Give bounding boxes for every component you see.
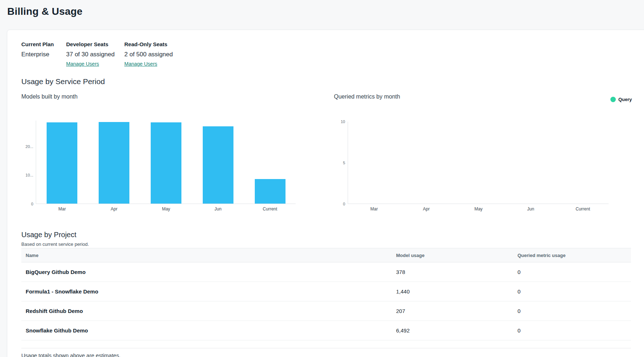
- y-axis-tick-label: 20...: [12, 144, 33, 149]
- column-header-queried-metric-usage: Queried metric usage: [513, 253, 631, 258]
- current-plan-value: Enterprise: [21, 51, 54, 58]
- bar-may: [151, 122, 181, 204]
- queried-metrics-chart: 0510MarAprMayJunCurrent: [348, 122, 609, 204]
- project-name-cell: Redshift Github Demo: [21, 308, 392, 314]
- developer-seats-column: Developer Seats 37 of 30 assigned Manage…: [66, 41, 115, 67]
- queried-metric-usage-cell: 0: [513, 308, 631, 314]
- manage-users-link-readonly[interactable]: Manage Users: [124, 61, 157, 67]
- developer-seats-value: 37 of 30 assigned: [66, 51, 115, 58]
- x-axis-tick-label: Mar: [356, 206, 392, 212]
- current-plan-column: Current Plan Enterprise: [21, 41, 54, 58]
- model-usage-cell: 6,492: [392, 327, 513, 334]
- x-axis-tick-label: Current: [252, 206, 288, 212]
- usage-by-project-heading: Usage by Project: [21, 231, 76, 239]
- y-axis-tick-label: 0: [12, 201, 33, 206]
- legend-label: Query: [618, 97, 632, 102]
- bar-current: [255, 179, 285, 204]
- footer-divider: [21, 348, 631, 348]
- x-axis-tick-label: Jun: [200, 206, 236, 212]
- table-row: Snowflake Github Demo6,4920: [21, 321, 631, 340]
- bar-mar: [47, 122, 77, 204]
- project-name-cell: Snowflake Github Demo: [21, 327, 392, 334]
- queried-metrics-chart-title: Queried metrics by month: [334, 93, 400, 100]
- x-axis-tick-label: Apr: [408, 206, 445, 212]
- usage-table-header: NameModel usageQueried metric usage: [21, 248, 631, 262]
- readonly-seats-column: Read-Only Seats 2 of 500 assigned Manage…: [124, 41, 173, 67]
- billing-card: Current Plan Enterprise Developer Seats …: [7, 30, 644, 357]
- usage-table-body: BigQuery Github Demo3780Formula1 - Snowf…: [21, 262, 631, 340]
- x-axis-tick-label: Current: [565, 206, 601, 212]
- x-axis-tick-label: Mar: [44, 206, 80, 212]
- column-header-model-usage: Model usage: [392, 253, 513, 258]
- readonly-seats-value: 2 of 500 assigned: [124, 51, 173, 58]
- bar-apr: [99, 122, 129, 204]
- project-subtitle: Based on current service period.: [21, 241, 89, 247]
- developer-seats-label: Developer Seats: [66, 41, 115, 47]
- usage-by-service-period-heading: Usage by Service Period: [21, 77, 105, 86]
- page-title: Billing & Usage: [7, 6, 82, 17]
- model-usage-cell: 1,440: [392, 288, 513, 295]
- column-header-name: Name: [21, 253, 392, 258]
- current-plan-label: Current Plan: [21, 41, 54, 47]
- model-usage-cell: 207: [392, 308, 513, 314]
- table-row: BigQuery Github Demo3780: [21, 262, 631, 282]
- model-usage-cell: 378: [392, 269, 513, 275]
- project-name-cell: BigQuery Github Demo: [21, 269, 392, 275]
- bar-jun: [203, 126, 233, 204]
- x-axis-tick-label: Apr: [96, 206, 132, 212]
- y-axis-tick-label: 0: [323, 201, 345, 206]
- project-name-cell: Formula1 - Snowflake Demo: [21, 288, 392, 295]
- y-axis-tick-label: 10: [323, 119, 345, 124]
- chart-legend[interactable]: Query: [610, 97, 632, 102]
- table-row: Formula1 - Snowflake Demo1,4400: [21, 282, 631, 301]
- legend-dot-icon: [610, 97, 616, 102]
- manage-users-link-developer[interactable]: Manage Users: [66, 61, 99, 67]
- usage-estimates-footnote: Usage totals shown above are estimates.: [21, 352, 120, 357]
- usage-table: NameModel usageQueried metric usage BigQ…: [21, 248, 631, 340]
- models-built-chart: 010...20...MarAprMayJunCurrent: [36, 121, 296, 204]
- readonly-seats-label: Read-Only Seats: [124, 41, 173, 47]
- y-axis-tick-label: 10...: [12, 173, 33, 178]
- table-row: Redshift Github Demo2070: [21, 301, 631, 321]
- queried-metric-usage-cell: 0: [513, 288, 631, 295]
- queried-metric-usage-cell: 0: [513, 269, 631, 275]
- models-built-chart-title: Models built by month: [21, 93, 78, 100]
- y-axis-tick-label: 5: [323, 160, 345, 165]
- x-axis-tick-label: May: [148, 206, 184, 212]
- x-axis-tick-label: Jun: [512, 206, 549, 212]
- queried-metric-usage-cell: 0: [513, 327, 631, 334]
- x-axis-tick-label: May: [460, 206, 497, 212]
